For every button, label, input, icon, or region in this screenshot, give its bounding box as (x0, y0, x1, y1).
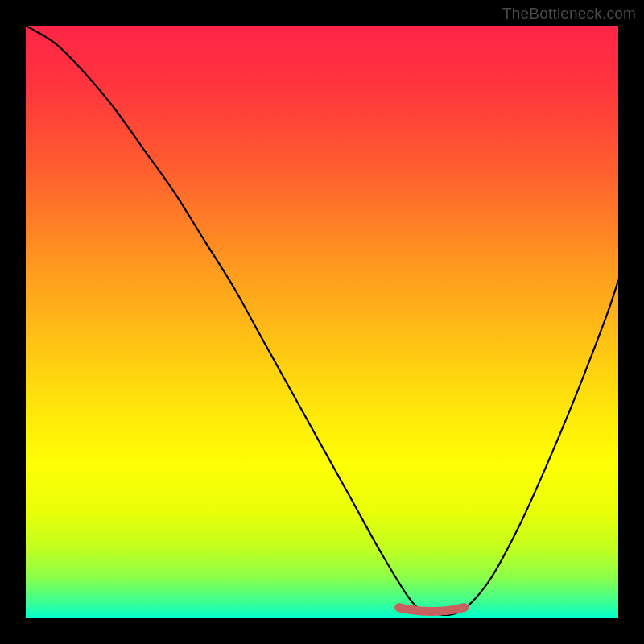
watermark-text: TheBottleneck.com (502, 5, 636, 23)
optimal-range-marker (26, 26, 618, 618)
plot-area (26, 26, 618, 618)
chart-container: TheBottleneck.com (0, 0, 644, 644)
